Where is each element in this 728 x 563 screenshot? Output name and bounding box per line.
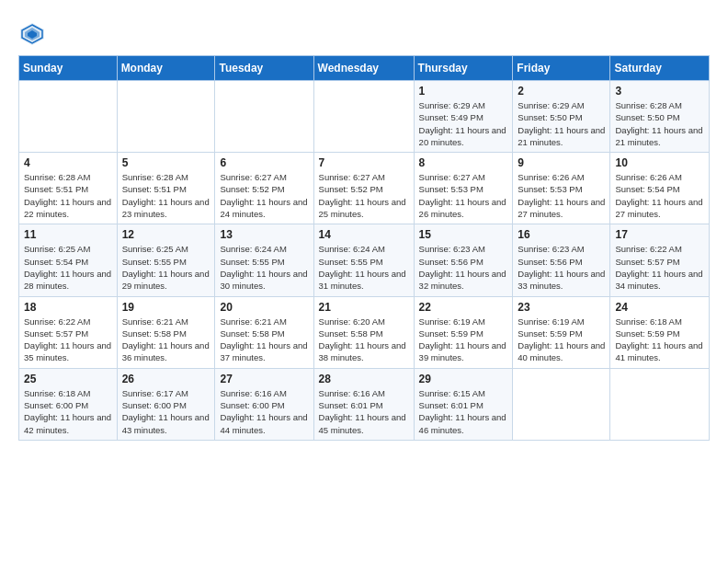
calendar-cell: 17Sunrise: 6:22 AMSunset: 5:57 PMDayligh…: [610, 224, 710, 296]
day-info: Sunrise: 6:29 AMSunset: 5:49 PMDaylight:…: [419, 99, 508, 148]
day-info: Sunrise: 6:28 AMSunset: 5:50 PMDaylight:…: [615, 99, 704, 148]
calendar-cell: 9Sunrise: 6:26 AMSunset: 5:53 PMDaylight…: [513, 153, 610, 224]
calendar-cell: 27Sunrise: 6:16 AMSunset: 6:00 PMDayligh…: [215, 368, 313, 440]
weekday-header-wednesday: Wednesday: [313, 56, 414, 81]
calendar-cell: 5Sunrise: 6:28 AMSunset: 5:51 PMDaylight…: [117, 153, 215, 224]
calendar-cell: 26Sunrise: 6:17 AMSunset: 6:00 PMDayligh…: [117, 368, 215, 440]
day-number: 5: [122, 156, 210, 169]
day-info: Sunrise: 6:23 AMSunset: 5:56 PMDaylight:…: [518, 243, 605, 292]
day-info: Sunrise: 6:28 AMSunset: 5:51 PMDaylight:…: [122, 171, 210, 220]
calendar-cell: 4Sunrise: 6:28 AMSunset: 5:51 PMDaylight…: [19, 153, 118, 224]
calendar-cell: [610, 368, 710, 440]
day-info: Sunrise: 6:26 AMSunset: 5:54 PMDaylight:…: [615, 171, 704, 220]
weekday-header-saturday: Saturday: [610, 56, 710, 81]
calendar-cell: 10Sunrise: 6:26 AMSunset: 5:54 PMDayligh…: [610, 153, 710, 224]
day-number: 18: [24, 301, 112, 314]
day-info: Sunrise: 6:27 AMSunset: 5:52 PMDaylight:…: [220, 171, 308, 220]
day-info: Sunrise: 6:29 AMSunset: 5:50 PMDaylight:…: [518, 99, 605, 148]
day-info: Sunrise: 6:26 AMSunset: 5:53 PMDaylight:…: [518, 171, 605, 220]
day-number: 1: [419, 85, 508, 98]
calendar-cell: 11Sunrise: 6:25 AMSunset: 5:54 PMDayligh…: [19, 224, 118, 296]
page-header: [18, 15, 710, 48]
weekday-header-monday: Monday: [117, 56, 215, 81]
day-info: Sunrise: 6:15 AMSunset: 6:01 PMDaylight:…: [419, 387, 508, 436]
day-info: Sunrise: 6:25 AMSunset: 5:55 PMDaylight:…: [122, 243, 210, 292]
calendar-cell: 3Sunrise: 6:28 AMSunset: 5:50 PMDaylight…: [610, 81, 710, 153]
day-number: 8: [419, 156, 508, 169]
calendar-cell: [313, 81, 414, 153]
calendar-cell: 1Sunrise: 6:29 AMSunset: 5:49 PMDaylight…: [414, 81, 513, 153]
day-number: 11: [24, 228, 112, 241]
day-number: 3: [615, 85, 704, 98]
calendar-week-row: 4Sunrise: 6:28 AMSunset: 5:51 PMDaylight…: [19, 153, 710, 224]
day-info: Sunrise: 6:24 AMSunset: 5:55 PMDaylight:…: [220, 243, 308, 292]
day-info: Sunrise: 6:18 AMSunset: 6:00 PMDaylight:…: [24, 387, 112, 436]
calendar-cell: 21Sunrise: 6:20 AMSunset: 5:58 PMDayligh…: [313, 296, 414, 368]
calendar-cell: 23Sunrise: 6:19 AMSunset: 5:59 PMDayligh…: [513, 296, 610, 368]
day-info: Sunrise: 6:24 AMSunset: 5:55 PMDaylight:…: [319, 243, 409, 292]
calendar-table: SundayMondayTuesdayWednesdayThursdayFrid…: [18, 55, 710, 441]
day-info: Sunrise: 6:23 AMSunset: 5:56 PMDaylight:…: [419, 243, 508, 292]
day-number: 25: [24, 373, 112, 385]
day-number: 14: [319, 228, 409, 241]
day-number: 26: [122, 373, 210, 385]
calendar-cell: 16Sunrise: 6:23 AMSunset: 5:56 PMDayligh…: [513, 224, 610, 296]
calendar-cell: 14Sunrise: 6:24 AMSunset: 5:55 PMDayligh…: [313, 224, 414, 296]
calendar-cell: 20Sunrise: 6:21 AMSunset: 5:58 PMDayligh…: [215, 296, 313, 368]
calendar-cell: 15Sunrise: 6:23 AMSunset: 5:56 PMDayligh…: [414, 224, 513, 296]
calendar-cell: [215, 81, 313, 153]
weekday-header-sunday: Sunday: [19, 56, 118, 81]
day-number: 7: [319, 156, 409, 169]
logo-icon: [18, 20, 46, 48]
day-info: Sunrise: 6:17 AMSunset: 6:00 PMDaylight:…: [122, 387, 210, 436]
day-info: Sunrise: 6:27 AMSunset: 5:53 PMDaylight:…: [419, 171, 508, 220]
calendar-cell: 19Sunrise: 6:21 AMSunset: 5:58 PMDayligh…: [117, 296, 215, 368]
calendar-cell: [513, 368, 610, 440]
weekday-header-row: SundayMondayTuesdayWednesdayThursdayFrid…: [19, 56, 710, 81]
calendar-cell: 24Sunrise: 6:18 AMSunset: 5:59 PMDayligh…: [610, 296, 710, 368]
day-info: Sunrise: 6:19 AMSunset: 5:59 PMDaylight:…: [518, 316, 605, 364]
logo: [18, 20, 50, 48]
weekday-header-friday: Friday: [513, 56, 610, 81]
day-info: Sunrise: 6:28 AMSunset: 5:51 PMDaylight:…: [24, 171, 112, 220]
day-number: 23: [518, 301, 605, 314]
day-number: 9: [518, 156, 605, 169]
day-info: Sunrise: 6:20 AMSunset: 5:58 PMDaylight:…: [319, 316, 409, 364]
calendar-cell: 25Sunrise: 6:18 AMSunset: 6:00 PMDayligh…: [19, 368, 118, 440]
weekday-header-tuesday: Tuesday: [215, 56, 313, 81]
day-info: Sunrise: 6:19 AMSunset: 5:59 PMDaylight:…: [419, 316, 508, 364]
day-number: 15: [419, 228, 508, 241]
day-number: 17: [615, 228, 704, 241]
day-number: 2: [518, 85, 605, 98]
calendar-cell: 12Sunrise: 6:25 AMSunset: 5:55 PMDayligh…: [117, 224, 215, 296]
day-info: Sunrise: 6:25 AMSunset: 5:54 PMDaylight:…: [24, 243, 112, 292]
day-number: 13: [220, 228, 308, 241]
day-number: 10: [615, 156, 704, 169]
calendar-cell: 29Sunrise: 6:15 AMSunset: 6:01 PMDayligh…: [414, 368, 513, 440]
day-number: 29: [419, 373, 508, 385]
day-info: Sunrise: 6:21 AMSunset: 5:58 PMDaylight:…: [122, 316, 210, 364]
day-number: 4: [24, 156, 112, 169]
calendar-cell: 13Sunrise: 6:24 AMSunset: 5:55 PMDayligh…: [215, 224, 313, 296]
calendar-cell: 6Sunrise: 6:27 AMSunset: 5:52 PMDaylight…: [215, 153, 313, 224]
calendar-week-row: 1Sunrise: 6:29 AMSunset: 5:49 PMDaylight…: [19, 81, 710, 153]
calendar-week-row: 25Sunrise: 6:18 AMSunset: 6:00 PMDayligh…: [19, 368, 710, 440]
day-info: Sunrise: 6:22 AMSunset: 5:57 PMDaylight:…: [615, 243, 704, 292]
day-number: 24: [615, 301, 704, 314]
calendar-cell: [19, 81, 118, 153]
calendar-cell: [117, 81, 215, 153]
calendar-cell: 7Sunrise: 6:27 AMSunset: 5:52 PMDaylight…: [313, 153, 414, 224]
calendar-week-row: 11Sunrise: 6:25 AMSunset: 5:54 PMDayligh…: [19, 224, 710, 296]
day-number: 6: [220, 156, 308, 169]
day-number: 22: [419, 301, 508, 314]
day-number: 28: [319, 373, 409, 385]
day-number: 20: [220, 301, 308, 314]
day-info: Sunrise: 6:16 AMSunset: 6:00 PMDaylight:…: [220, 387, 308, 436]
calendar-cell: 22Sunrise: 6:19 AMSunset: 5:59 PMDayligh…: [414, 296, 513, 368]
day-number: 21: [319, 301, 409, 314]
calendar-cell: 28Sunrise: 6:16 AMSunset: 6:01 PMDayligh…: [313, 368, 414, 440]
calendar-cell: 2Sunrise: 6:29 AMSunset: 5:50 PMDaylight…: [513, 81, 610, 153]
calendar-week-row: 18Sunrise: 6:22 AMSunset: 5:57 PMDayligh…: [19, 296, 710, 368]
day-number: 12: [122, 228, 210, 241]
day-info: Sunrise: 6:21 AMSunset: 5:58 PMDaylight:…: [220, 316, 308, 364]
